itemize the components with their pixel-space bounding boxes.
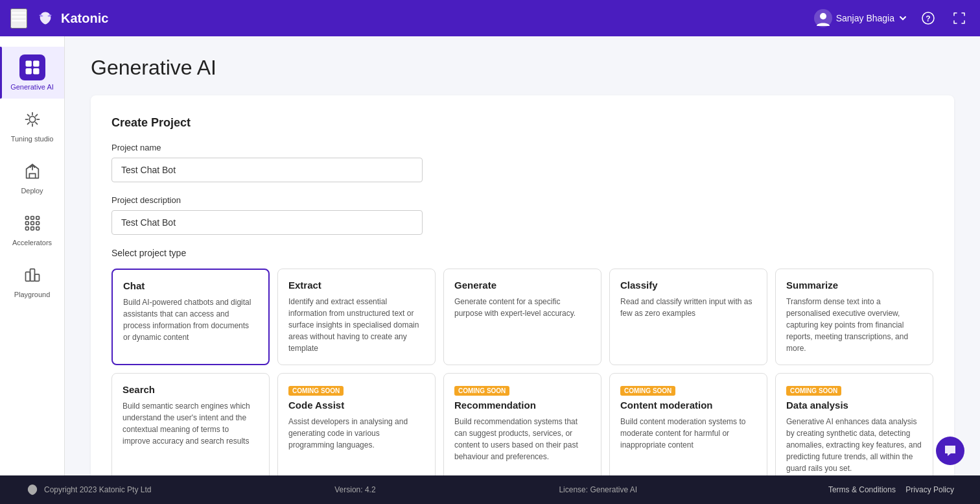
footer-links: Terms & Conditions Privacy Policy (821, 485, 954, 494)
svg-rect-15 (25, 222, 29, 225)
sidebar-item-playground[interactable]: Playground (0, 254, 64, 306)
svg-rect-9 (25, 68, 31, 74)
project-type-search[interactable]: Search Build semantic search engines whi… (111, 373, 270, 485)
footer-copyright: Copyright 2023 Katonic Pty Ltd (44, 485, 151, 494)
sidebar-label-tuning-studio: Tuning studio (11, 135, 54, 143)
type-name-content-moderation: Content moderation (620, 400, 756, 411)
app-logo: Katonic (35, 8, 814, 29)
svg-rect-7 (25, 61, 31, 67)
project-type-code-assist[interactable]: Coming soon Code Assist Assist developer… (277, 373, 436, 485)
svg-rect-10 (33, 68, 39, 74)
svg-rect-0 (12, 12, 26, 14)
type-desc-code-assist: Assist developers in analysing and gener… (288, 416, 425, 451)
select-type-label: Select project type (111, 248, 933, 258)
svg-rect-19 (30, 227, 34, 230)
project-type-data-analysis[interactable]: Coming soon Data analysis Generative AI … (775, 373, 933, 485)
type-desc-data-analysis: Generative AI enhances data analysis by … (786, 416, 922, 474)
sidebar-item-tuning-studio[interactable]: Tuning studio (0, 99, 64, 150)
type-desc-generate: Generate content for a specific purpose … (454, 296, 590, 319)
type-name-generate: Generate (454, 280, 590, 291)
svg-point-4 (820, 13, 826, 19)
chat-support-button[interactable] (936, 437, 964, 465)
svg-rect-21 (25, 272, 30, 281)
svg-rect-18 (25, 227, 29, 230)
type-name-classify: Classify (620, 280, 756, 291)
project-type-content-moderation[interactable]: Coming soon Content moderation Build con… (609, 373, 767, 485)
sidebar-label-playground: Playground (14, 291, 51, 298)
project-type-generate[interactable]: Generate Generate content for a specific… (443, 269, 601, 365)
sidebar-item-deploy[interactable]: Deploy (0, 150, 64, 202)
svg-rect-22 (30, 269, 34, 282)
project-type-classify[interactable]: Classify Read and classify written input… (609, 269, 767, 365)
svg-rect-1 (12, 16, 26, 18)
project-types-row1: Chat Build AI-powered chatbots and digit… (111, 269, 933, 365)
help-button[interactable]: ? (918, 8, 939, 29)
project-type-summarize[interactable]: Summarize Transform dense text into a pe… (775, 269, 933, 365)
project-name-label: Project name (111, 143, 933, 152)
type-desc-extract: Identify and extract essential informati… (288, 296, 425, 354)
svg-rect-13 (30, 217, 34, 220)
type-desc-chat: Build AI-powered chatbots and digital as… (123, 296, 258, 343)
svg-rect-2 (12, 20, 26, 21)
app-layout: Generative AI Tuning studio Deploy (0, 36, 980, 504)
type-name-extract: Extract (288, 280, 425, 291)
create-project-card: Create Project Project name Project desc… (91, 95, 954, 504)
type-desc-content-moderation: Build content moderation systems to mode… (620, 416, 756, 451)
user-menu[interactable]: Sanjay Bhagia (814, 9, 907, 27)
type-name-chat: Chat (123, 280, 258, 291)
svg-rect-14 (36, 217, 39, 220)
type-name-summarize: Summarize (786, 280, 922, 291)
main-content: Generative AI Create Project Project nam… (65, 36, 980, 504)
sidebar: Generative AI Tuning studio Deploy (0, 36, 65, 504)
page-title: Generative AI (91, 56, 954, 80)
type-desc-search: Build semantic search engines which unde… (122, 400, 259, 447)
svg-text:?: ? (926, 14, 930, 23)
type-name-recommendation: Recommendation (454, 400, 590, 411)
svg-rect-16 (30, 222, 34, 225)
sidebar-label-generative-ai: Generative AI (10, 83, 54, 91)
sidebar-item-accelerators[interactable]: Accelerators (0, 202, 64, 254)
sidebar-label-accelerators: Accelerators (12, 239, 52, 246)
project-name-input[interactable] (111, 158, 423, 182)
chevron-down-icon (898, 14, 907, 23)
top-header: Katonic Sanjay Bhagia ? (0, 0, 980, 36)
footer-version: Version: 4.2 (334, 485, 375, 494)
type-desc-summarize: Transform dense text into a personalised… (786, 296, 922, 354)
footer-privacy-link[interactable]: Privacy Policy (905, 485, 954, 494)
coming-soon-badge-code-assist: Coming soon (288, 386, 344, 396)
fullscreen-button[interactable] (949, 8, 970, 29)
svg-rect-17 (36, 222, 39, 225)
user-name: Sanjay Bhagia (836, 13, 894, 23)
sidebar-label-deploy: Deploy (21, 187, 43, 195)
svg-rect-20 (36, 227, 39, 230)
footer-license: License: Generative AI (559, 485, 637, 494)
svg-rect-12 (25, 217, 29, 220)
type-name-data-analysis: Data analysis (786, 400, 922, 411)
project-description-label: Project description (111, 195, 933, 205)
type-name-code-assist: Code Assist (288, 400, 425, 411)
project-type-chat[interactable]: Chat Build AI-powered chatbots and digit… (111, 269, 270, 365)
svg-rect-8 (33, 61, 39, 67)
coming-soon-badge-data-analysis: Coming soon (786, 386, 841, 396)
project-type-extract[interactable]: Extract Identify and extract essential i… (277, 269, 436, 365)
coming-soon-badge-content-mod: Coming soon (620, 386, 675, 396)
type-desc-recommendation: Build recommendation systems that can su… (454, 416, 590, 462)
project-description-input[interactable] (111, 210, 423, 235)
menu-toggle-button[interactable] (10, 8, 27, 29)
header-right-actions: Sanjay Bhagia ? (814, 8, 970, 29)
type-name-search: Search (122, 384, 259, 395)
create-project-heading: Create Project (111, 116, 933, 130)
project-types-row2: Search Build semantic search engines whi… (111, 373, 933, 485)
coming-soon-badge-recommendation: Coming soon (454, 386, 509, 396)
svg-point-11 (29, 116, 35, 122)
sidebar-item-generative-ai[interactable]: Generative AI (0, 47, 64, 99)
footer-logo: Copyright 2023 Katonic Pty Ltd (26, 483, 151, 496)
type-desc-classify: Read and classify written input with as … (620, 296, 756, 319)
svg-rect-23 (34, 274, 39, 282)
page-footer: Copyright 2023 Katonic Pty Ltd Version: … (0, 475, 980, 504)
project-type-recommendation[interactable]: Coming soon Recommendation Build recomme… (443, 373, 601, 485)
logo-text: Katonic (61, 11, 108, 26)
footer-terms-link[interactable]: Terms & Conditions (828, 485, 896, 494)
